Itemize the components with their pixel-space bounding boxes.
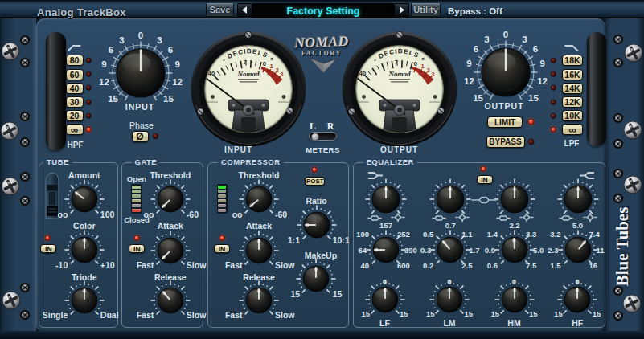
svg-text:0: 0	[413, 60, 416, 67]
svg-text:6: 6	[473, 44, 478, 54]
svg-text:12: 12	[464, 76, 474, 86]
svg-text:9: 9	[539, 59, 544, 68]
svg-text:3: 3	[431, 71, 434, 77]
svg-text:1: 1	[420, 63, 424, 69]
svg-text:0: 0	[502, 30, 507, 39]
svg-text:9: 9	[101, 59, 106, 69]
svg-text:0: 0	[262, 60, 265, 67]
svg-text:12: 12	[537, 76, 548, 86]
svg-text:2: 2	[275, 67, 278, 73]
svg-text:Nomad: Nomad	[388, 70, 411, 78]
svg-text:6: 6	[168, 45, 173, 55]
svg-text:6: 6	[532, 44, 537, 54]
svg-text:9: 9	[174, 59, 179, 69]
svg-text:12: 12	[172, 77, 183, 87]
svg-text:Nomad: Nomad	[236, 70, 260, 78]
svg-text:6: 6	[109, 45, 113, 55]
svg-text:40: 40	[359, 70, 365, 77]
svg-text:0: 0	[138, 31, 143, 40]
svg-text:3: 3	[157, 35, 162, 45]
svg-text:12: 12	[99, 77, 109, 87]
svg-text:9: 9	[466, 59, 471, 68]
svg-text:7: 7	[394, 59, 397, 66]
svg-text:40: 40	[207, 70, 214, 77]
svg-text:3: 3	[280, 71, 283, 77]
svg-text:3: 3	[484, 35, 489, 44]
svg-text:2: 2	[426, 67, 429, 73]
svg-text:7: 7	[243, 59, 246, 66]
svg-text:3: 3	[119, 35, 124, 45]
svg-text:3: 3	[522, 35, 527, 44]
svg-text:1: 1	[269, 63, 273, 69]
